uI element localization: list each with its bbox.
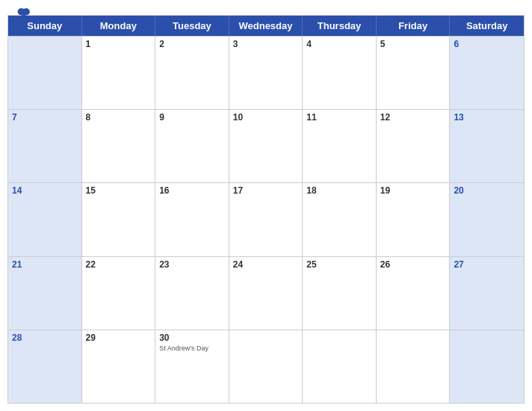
day-header-tuesday: Tuesday [155, 16, 229, 36]
day-number: 13 [454, 112, 463, 123]
day-cell [450, 330, 524, 403]
day-cell: 19 [377, 183, 451, 256]
day-cell [377, 330, 451, 403]
day-cell [303, 330, 377, 403]
day-cell: 6 [450, 37, 524, 109]
day-number: 15 [86, 185, 96, 196]
logo [15, 6, 34, 22]
day-cell: 13 [450, 110, 524, 182]
day-cell [229, 330, 303, 403]
day-number: 25 [306, 259, 316, 270]
day-cell: 3 [229, 37, 303, 109]
day-number: 24 [233, 259, 243, 270]
day-cell: 9 [155, 110, 229, 182]
day-cell: 29 [82, 330, 156, 403]
day-cell: 24 [229, 257, 303, 330]
day-cell: 2 [155, 37, 229, 109]
day-number: 11 [306, 112, 316, 123]
day-cell: 5 [377, 37, 451, 109]
day-number: 14 [12, 185, 22, 196]
day-number: 19 [380, 185, 390, 196]
week-row-5: 282930St Andrew's Day [8, 330, 524, 403]
day-number: 29 [86, 333, 96, 343]
day-number: 6 [454, 39, 459, 49]
day-headers-row: SundayMondayTuesdayWednesdayThursdayFrid… [8, 16, 524, 36]
day-number: 21 [12, 259, 22, 270]
day-number: 20 [454, 185, 463, 196]
week-row-2: 78910111213 [8, 109, 524, 182]
day-cell: 26 [377, 257, 451, 330]
day-number: 28 [12, 333, 22, 343]
day-header-friday: Friday [377, 16, 451, 36]
day-number: 7 [12, 112, 17, 123]
day-number: 5 [380, 39, 386, 49]
day-number: 22 [86, 259, 96, 270]
day-cell: 10 [229, 110, 303, 182]
day-cell: 28 [8, 330, 82, 403]
calendar-grid: SundayMondayTuesdayWednesdayThursdayFrid… [7, 15, 525, 404]
weeks-container: 1234567891011121314151617181920212223242… [8, 36, 524, 403]
day-number: 16 [159, 185, 169, 196]
day-cell: 20 [450, 183, 524, 256]
day-number: 27 [454, 259, 463, 270]
day-number: 9 [159, 112, 164, 123]
day-cell: 21 [8, 257, 82, 330]
day-number: 26 [380, 259, 390, 270]
week-row-4: 21222324252627 [8, 256, 524, 330]
day-cell: 16 [155, 183, 229, 256]
day-number: 10 [233, 112, 243, 123]
day-header-saturday: Saturday [450, 16, 524, 36]
logo-bird-icon [15, 6, 31, 22]
day-header-thursday: Thursday [303, 16, 377, 36]
day-header-monday: Monday [82, 16, 156, 36]
day-cell: 30St Andrew's Day [155, 330, 229, 403]
day-number: 8 [86, 112, 91, 123]
day-cell: 27 [450, 257, 524, 330]
day-header-wednesday: Wednesday [229, 16, 303, 36]
day-number: 12 [380, 112, 390, 123]
day-number: 17 [233, 185, 243, 196]
day-number: 30 [159, 333, 169, 343]
day-cell: 15 [82, 183, 156, 256]
day-cell: 18 [303, 183, 377, 256]
day-number: 1 [86, 39, 91, 49]
calendar: SundayMondayTuesdayWednesdayThursdayFrid… [0, 0, 532, 411]
day-number: 2 [159, 39, 164, 49]
day-cell: 12 [377, 110, 451, 182]
day-cell: 11 [303, 110, 377, 182]
day-cell: 22 [82, 257, 156, 330]
day-cell: 7 [8, 110, 82, 182]
day-cell: 1 [82, 37, 156, 109]
calendar-header [0, 0, 532, 15]
day-cell: 14 [8, 183, 82, 256]
day-number: 3 [233, 39, 238, 49]
day-cell: 25 [303, 257, 377, 330]
day-number: 18 [306, 185, 316, 196]
day-cell [8, 37, 82, 109]
day-cell: 4 [303, 37, 377, 109]
week-row-3: 14151617181920 [8, 182, 524, 256]
day-cell: 8 [82, 110, 156, 182]
day-number: 23 [159, 259, 169, 270]
day-number: 4 [306, 39, 312, 49]
day-cell: 23 [155, 257, 229, 330]
holiday-label: St Andrew's Day [159, 344, 225, 352]
day-cell: 17 [229, 183, 303, 256]
week-row-1: 123456 [8, 36, 524, 109]
